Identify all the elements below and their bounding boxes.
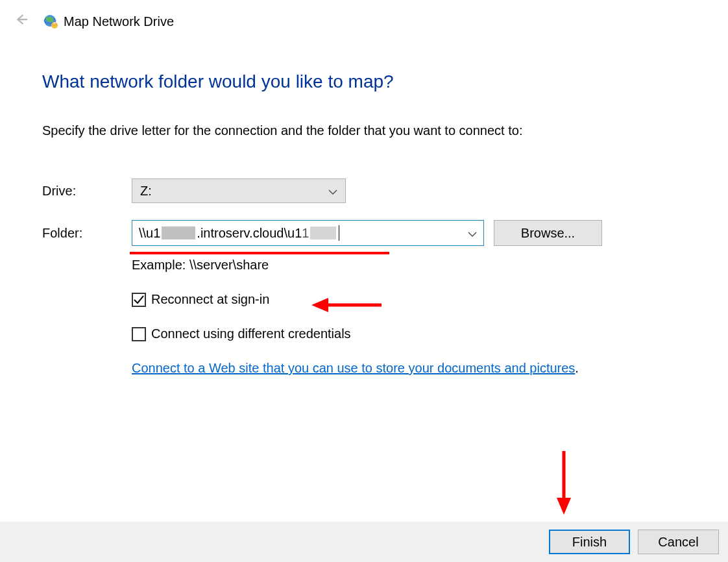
folder-label: Folder: bbox=[42, 226, 132, 241]
credentials-checkbox[interactable] bbox=[132, 327, 146, 341]
drive-dropdown[interactable]: Z: bbox=[132, 178, 346, 203]
chevron-down-icon bbox=[328, 184, 337, 199]
folder-value: \\u1.introserv.cloud\u11 bbox=[139, 225, 468, 241]
network-drive-icon bbox=[42, 14, 57, 29]
example-text: Example: \\server\share bbox=[132, 258, 681, 273]
reconnect-checkbox[interactable] bbox=[132, 293, 146, 307]
chevron-down-icon bbox=[468, 226, 477, 241]
annotation-arrow-down bbox=[551, 451, 577, 518]
page-heading: What network folder would you like to ma… bbox=[42, 71, 681, 92]
drive-value: Z: bbox=[140, 184, 152, 199]
credentials-label: Connect using different credentials bbox=[151, 326, 351, 341]
website-link[interactable]: Connect to a Web site that you can use t… bbox=[132, 361, 575, 375]
drive-label: Drive: bbox=[42, 184, 132, 199]
window-title: Map Network Drive bbox=[64, 14, 174, 29]
svg-marker-8 bbox=[557, 498, 571, 515]
finish-button[interactable]: Finish bbox=[549, 530, 630, 554]
svg-marker-6 bbox=[311, 298, 328, 312]
cancel-button[interactable]: Cancel bbox=[638, 530, 719, 554]
folder-input[interactable]: \\u1.introserv.cloud\u11 bbox=[132, 220, 484, 246]
reconnect-label: Reconnect at sign-in bbox=[151, 292, 269, 307]
browse-button[interactable]: Browse... bbox=[494, 220, 602, 246]
bottom-toolbar: Finish Cancel bbox=[0, 522, 728, 562]
instruction-text: Specify the drive letter for the connect… bbox=[42, 123, 681, 138]
back-arrow-icon bbox=[9, 12, 32, 31]
svg-point-4 bbox=[53, 22, 56, 25]
annotation-arrow-left bbox=[311, 295, 383, 317]
annotation-underline bbox=[130, 252, 389, 254]
